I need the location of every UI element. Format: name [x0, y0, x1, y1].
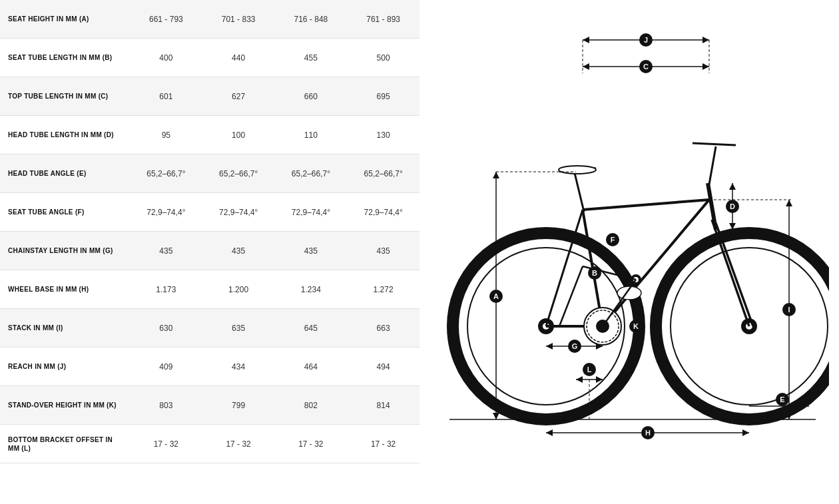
spec-row: SEAT TUBE LENGTH IN MM (B)400440455500 [0, 39, 420, 77]
spec-value: 130 [347, 124, 420, 146]
svg-line-19 [709, 146, 716, 184]
svg-text:B: B [592, 269, 597, 277]
svg-text:I: I [788, 306, 790, 314]
spec-value: 400 [130, 47, 202, 69]
svg-marker-47 [546, 343, 553, 350]
svg-line-20 [693, 143, 736, 145]
spec-value: 409 [130, 356, 202, 378]
svg-marker-57 [576, 376, 583, 383]
spec-value: 72,9–74,4° [130, 201, 202, 224]
spec-value: 455 [275, 47, 348, 69]
spec-value: 1.234 [275, 278, 348, 301]
spec-values: 1.1731.2001.2341.272 [130, 278, 420, 301]
spec-label: SEAT HEIGHT IN MM (A) [0, 8, 130, 30]
spec-value: 17 - 32 [202, 433, 275, 455]
spec-value: 660 [275, 85, 348, 108]
svg-marker-44 [546, 429, 553, 436]
spec-label: SEAT TUBE LENGTH IN MM (B) [0, 47, 130, 69]
svg-text:F: F [611, 236, 615, 244]
svg-text:C: C [643, 63, 649, 71]
svg-point-18 [559, 166, 596, 174]
spec-value: 701 - 833 [202, 8, 275, 31]
spec-value: 663 [347, 317, 420, 340]
spec-label: WHEEL BASE IN MM (H) [0, 278, 130, 300]
spec-row: STAND-OVER HEIGHT IN MM (K)803799802814 [0, 386, 420, 425]
spec-row: SEAT TUBE ANGLE (F)72,9–74,4°72,9–74,4°7… [0, 193, 420, 232]
spec-values: 17 - 3217 - 3217 - 3217 - 32 [130, 433, 420, 455]
spec-value: 627 [202, 85, 275, 108]
spec-value: 17 - 32 [130, 433, 202, 455]
spec-value: 814 [347, 394, 420, 417]
svg-text:E: E [780, 395, 784, 403]
spec-value: 95 [130, 124, 202, 146]
spec-values: 601627660695 [130, 85, 420, 108]
spec-value: 72,9–74,4° [347, 201, 420, 224]
svg-text:D: D [730, 202, 735, 210]
spec-values: 661 - 793701 - 833716 - 848761 - 893 [130, 8, 420, 31]
spec-values: 803799802814 [130, 394, 420, 417]
spec-row: CHAINSTAY LENGTH IN MM (G)435435435435 [0, 232, 420, 270]
spec-value: 695 [347, 85, 420, 108]
spec-label: CHAINSTAY LENGTH IN MM (G) [0, 240, 130, 262]
spec-value: 635 [202, 317, 275, 340]
spec-value: 494 [347, 356, 420, 378]
spec-value: 434 [202, 356, 275, 378]
spec-label: TOP TUBE LENGTH IN MM (C) [0, 85, 130, 107]
spec-value: 464 [275, 356, 348, 378]
spec-value: 440 [202, 47, 275, 69]
spec-value: 500 [347, 47, 420, 69]
spec-value: 1.200 [202, 278, 275, 301]
spec-value: 65,2–66,7° [202, 162, 275, 185]
svg-marker-51 [493, 413, 499, 419]
spec-row: SEAT HEIGHT IN MM (A)661 - 793701 - 8337… [0, 0, 420, 39]
spec-value: 65,2–66,7° [275, 162, 348, 185]
svg-line-10 [583, 200, 709, 210]
svg-text:G: G [572, 342, 578, 350]
spec-values: 409434464494 [130, 356, 420, 378]
spec-value: 802 [275, 394, 348, 417]
svg-text:L: L [587, 366, 592, 374]
spec-value: 65,2–66,7° [130, 162, 202, 185]
spec-values: 630635645663 [130, 317, 420, 340]
svg-marker-36 [583, 63, 589, 70]
spec-row: HEAD TUBE LENGTH IN MM (D)95100110130 [0, 116, 420, 154]
spec-value: 65,2–66,7° [347, 162, 420, 185]
svg-text:K: K [633, 322, 639, 330]
spec-value: 72,9–74,4° [275, 201, 348, 224]
spec-value: 435 [275, 240, 348, 262]
bike-diagram: J C I H G A B D E F K L [420, 0, 839, 504]
svg-text:H: H [645, 429, 651, 437]
spec-row: TOP TUBE LENGTH IN MM (C)601627660695 [0, 77, 420, 116]
specs-table: SEAT HEIGHT IN MM (A)661 - 793701 - 8337… [0, 0, 420, 504]
spec-value: 435 [347, 240, 420, 262]
spec-values: 435435435435 [130, 240, 420, 262]
svg-marker-39 [786, 200, 792, 206]
spec-row: BOTTOM BRACKET OFFSET IN MM (L)17 - 3217… [0, 425, 420, 463]
svg-line-17 [575, 173, 584, 212]
spec-label: HEAD TUBE LENGTH IN MM (D) [0, 124, 130, 146]
spec-value: 17 - 32 [347, 433, 420, 455]
svg-marker-31 [583, 37, 589, 43]
spec-row: HEAD TUBE ANGLE (E)65,2–66,7°65,2–66,7°6… [0, 154, 420, 193]
spec-label: BOTTOM BRACKET OFFSET IN MM (L) [0, 429, 130, 459]
spec-value: 100 [202, 124, 275, 146]
spec-label: REACH IN MM (J) [0, 356, 130, 378]
spec-values: 72,9–74,4°72,9–74,4°72,9–74,4°72,9–74,4° [130, 201, 420, 224]
spec-label: SEAT TUBE ANGLE (F) [0, 201, 130, 223]
spec-value: 17 - 32 [275, 433, 348, 455]
svg-text:J: J [644, 36, 648, 44]
spec-value: 630 [130, 317, 202, 340]
spec-values: 95100110130 [130, 124, 420, 146]
spec-value: 72,9–74,4° [202, 201, 275, 224]
spec-value: 799 [202, 394, 275, 417]
spec-values: 400440455500 [130, 47, 420, 69]
spec-value: 435 [130, 240, 202, 262]
spec-value: 1.272 [347, 278, 420, 301]
spec-value: 1.173 [130, 278, 202, 301]
spec-row: WHEEL BASE IN MM (H)1.1731.2001.2341.272 [0, 270, 420, 309]
spec-value: 435 [202, 240, 275, 262]
spec-values: 65,2–66,7°65,2–66,7°65,2–66,7°65,2–66,7° [130, 162, 420, 185]
svg-marker-32 [702, 37, 709, 43]
svg-marker-37 [702, 63, 709, 70]
spec-value: 803 [130, 394, 202, 417]
